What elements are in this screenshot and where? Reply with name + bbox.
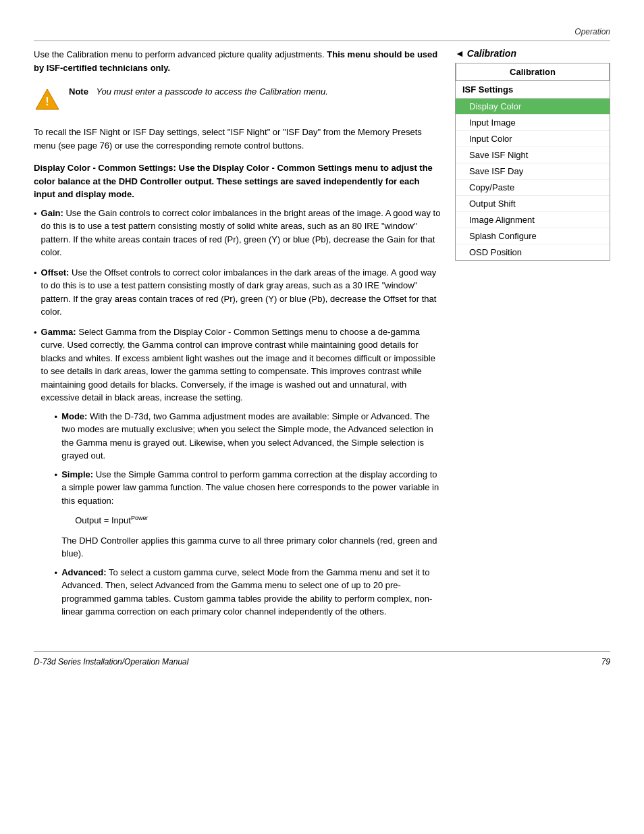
bullet-gamma-content: Gamma: Select Gamma from the Display Col… — [41, 325, 441, 624]
gamma-body: Select Gamma from the Display Color - Co… — [41, 327, 435, 403]
bullet-dot-gamma: • — [34, 326, 37, 340]
heading-bold: Display Color - Common Settings: — [34, 163, 176, 173]
note-body: You must enter a passcode to access the … — [97, 86, 328, 97]
calibration-menu: Calibration ISF Settings Display ColorIn… — [455, 63, 610, 261]
equation-text: Output = Input — [75, 515, 131, 525]
bullet-dot-gain: • — [34, 207, 37, 221]
sidebar-calibration-label: ◄ Calibration — [455, 48, 610, 59]
header-text: Operation — [574, 27, 610, 36]
bullet-gamma: • Gamma: Select Gamma from the Display C… — [34, 325, 441, 624]
page-footer: D-73d Series Installation/Operation Manu… — [34, 657, 610, 667]
sidebar-arrow: ◄ — [455, 48, 464, 59]
bullet-dot-advanced: • — [55, 567, 58, 580]
equation-superscript: Power — [131, 515, 149, 521]
simple-text: Simple: Use the Simple Gamma control to … — [61, 469, 439, 506]
footer-left: D-73d Series Installation/Operation Manu… — [34, 657, 188, 667]
menu-item-output-shift[interactable]: Output Shift — [456, 196, 610, 212]
mode-text: Mode: With the D-73d, two Gamma adjustme… — [61, 410, 441, 463]
sub-bullet-advanced: • Advanced: To select a custom gamma cur… — [55, 566, 441, 619]
equation-block: Output = InputPower — [75, 514, 441, 527]
main-content: Use the Calibration menu to perform adva… — [34, 48, 441, 631]
gamma-text: Gamma: Select Gamma from the Display Col… — [41, 327, 435, 403]
note-label: Note — [69, 86, 88, 97]
bullet-dot-mode: • — [55, 411, 58, 424]
menu-item-image-alignment[interactable]: Image Alignment — [456, 212, 610, 228]
menu-item-save-isf-day[interactable]: Save ISF Day — [456, 163, 610, 180]
calibration-menu-header: Calibration — [456, 63, 610, 81]
menu-items-list: Display ColorInput ImageInput ColorSave … — [456, 99, 610, 260]
menu-item-display-color[interactable]: Display Color — [456, 99, 610, 115]
menu-item-save-isf-night[interactable]: Save ISF Night — [456, 147, 610, 163]
gamma-sub-list-2: • Advanced: To select a custom gamma cur… — [55, 566, 441, 619]
gain-body: Use the Gain controls to correct color i… — [41, 208, 441, 258]
intro-paragraph: Use the Calibration menu to perform adva… — [34, 48, 441, 74]
intro-normal: Use the Calibration menu to perform adva… — [34, 49, 327, 59]
sub-bullet-mode: • Mode: With the D-73d, two Gamma adjust… — [55, 410, 441, 463]
gamma-sub-list: • Mode: With the D-73d, two Gamma adjust… — [55, 410, 441, 561]
menu-item-splash-configure[interactable]: Splash Configure — [456, 228, 610, 244]
note-box: ! Note You must enter a passcode to acce… — [34, 85, 441, 113]
display-color-heading: Display Color - Common Settings: Use the… — [34, 161, 441, 201]
offset-term: Offset: — [41, 267, 70, 278]
bullet-offset: • Offset: Use the Offset controls to cor… — [34, 266, 441, 319]
sidebar: ◄ Calibration Calibration ISF Settings D… — [455, 48, 610, 631]
simple-term: Simple: — [61, 469, 93, 479]
bullet-offset-text: Offset: Use the Offset controls to corre… — [41, 266, 441, 319]
menu-item-osd-position[interactable]: OSD Position — [456, 244, 610, 260]
warning-icon: ! — [34, 86, 61, 113]
svg-text:!: ! — [45, 96, 49, 107]
page-header: Operation — [34, 27, 610, 36]
bullet-gain-text: Gain: Use the Gain controls to correct c… — [41, 207, 441, 259]
mode-body: With the D-73d, two Gamma adjustment mod… — [61, 411, 433, 461]
page-container: Operation Use the Calibration menu to pe… — [0, 0, 644, 834]
bullet-dot-simple: • — [55, 469, 58, 482]
menu-item-copy/paste[interactable]: Copy/Paste — [456, 180, 610, 196]
header-divider — [34, 41, 610, 41]
gain-term: Gain: — [41, 208, 63, 218]
content-area: Use the Calibration menu to perform adva… — [34, 48, 610, 631]
sidebar-title-italic: Calibration — [467, 48, 516, 59]
mode-term: Mode: — [61, 411, 87, 421]
footer-divider — [34, 651, 610, 652]
advanced-text: Advanced: To select a custom gamma curve… — [61, 566, 441, 619]
isf-settings-header: ISF Settings — [456, 81, 610, 99]
simple-content: Simple: Use the Simple Gamma control to … — [61, 468, 441, 561]
advanced-body: To select a custom gamma curve, select M… — [61, 567, 432, 617]
bullet-gain: • Gain: Use the Gain controls to correct… — [34, 207, 441, 259]
main-bullet-list: • Gain: Use the Gain controls to correct… — [34, 207, 441, 624]
note-content: Note You must enter a passcode to access… — [69, 85, 328, 99]
offset-body: Use the Offset controls to correct color… — [41, 267, 437, 317]
gamma-term: Gamma: — [41, 327, 76, 337]
simple-body: Use the Simple Gamma control to perform … — [61, 469, 439, 506]
menu-item-input-image[interactable]: Input Image — [456, 115, 610, 131]
recall-paragraph: To recall the ISF Night or ISF Day setti… — [34, 126, 441, 152]
after-equation-text: The DHD Controller applies this gamma cu… — [61, 534, 441, 561]
bullet-dot-offset: • — [34, 267, 37, 280]
advanced-term: Advanced: — [61, 567, 106, 577]
menu-item-input-color[interactable]: Input Color — [456, 131, 610, 147]
sub-bullet-simple: • Simple: Use the Simple Gamma control t… — [55, 468, 441, 561]
footer-page: 79 — [601, 657, 610, 667]
